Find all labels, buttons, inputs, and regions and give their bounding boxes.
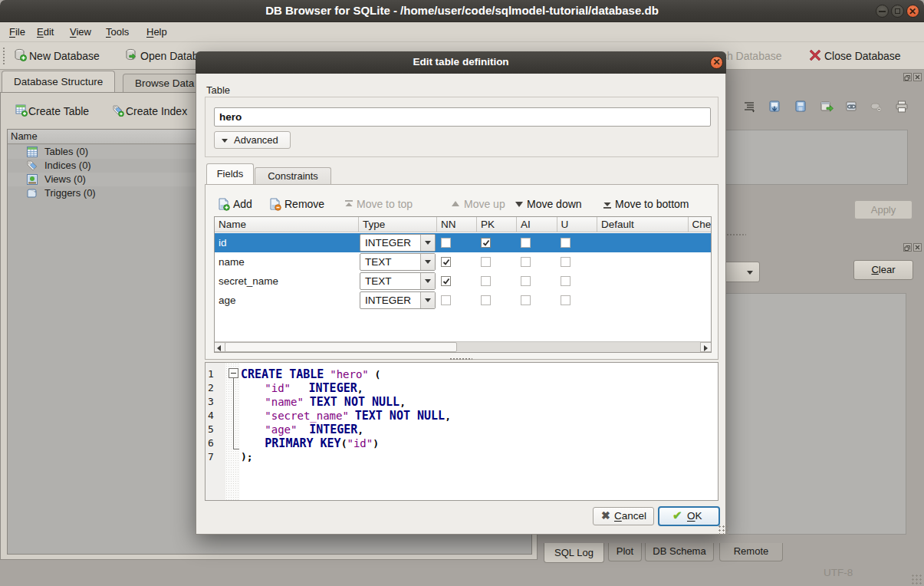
column-header-default[interactable]: Default bbox=[597, 217, 689, 232]
dock2-close-icon[interactable] bbox=[913, 243, 922, 252]
field-row-id[interactable]: idINTEGER bbox=[215, 233, 711, 252]
ok-check-icon: ✔ bbox=[672, 509, 682, 522]
field-row-age[interactable]: ageINTEGER bbox=[215, 291, 711, 310]
cancel-button[interactable]: ✖ Cancel bbox=[593, 507, 654, 525]
create-index-button[interactable]: Create Index bbox=[126, 104, 187, 119]
checkbox-pk[interactable] bbox=[481, 257, 491, 267]
checkbox-nn[interactable] bbox=[441, 257, 451, 267]
checkbox-ai[interactable] bbox=[521, 257, 531, 267]
tab-remote[interactable]: Remote bbox=[719, 543, 783, 561]
checkbox-nn[interactable] bbox=[441, 295, 451, 305]
checkbox-ai[interactable] bbox=[521, 295, 531, 305]
checkbox-pk[interactable] bbox=[481, 295, 491, 305]
chevron-down-icon bbox=[747, 271, 753, 275]
move-down-button[interactable]: Move down bbox=[527, 197, 582, 211]
close-button[interactable]: ✕ bbox=[906, 5, 919, 18]
column-header-check[interactable]: Check bbox=[689, 217, 712, 232]
column-header-type[interactable]: Type bbox=[359, 217, 437, 232]
move-to-bottom-button[interactable]: Move to bottom bbox=[615, 197, 689, 211]
checkbox-ai[interactable] bbox=[521, 238, 531, 248]
dialog-close-icon: ✕ bbox=[711, 57, 722, 68]
move-to-top-button[interactable]: Move to top bbox=[357, 197, 413, 211]
column-header-ai[interactable]: AI bbox=[517, 217, 557, 232]
chevron-down-icon bbox=[420, 292, 435, 308]
menu-file[interactable]: File bbox=[9, 25, 25, 40]
fields-hscrollbar[interactable] bbox=[215, 341, 711, 352]
export-cell-icon[interactable] bbox=[794, 100, 808, 114]
tab-sql-log[interactable]: SQL Log bbox=[544, 543, 604, 563]
create-table-button[interactable]: Create Table bbox=[28, 104, 89, 119]
advanced-button[interactable]: Advanced bbox=[214, 131, 291, 149]
column-header-pk[interactable]: PK bbox=[477, 217, 517, 232]
menu-view[interactable]: View bbox=[70, 25, 91, 40]
dialog-titlebar[interactable]: Edit table definition bbox=[196, 51, 726, 74]
checkbox-pk[interactable] bbox=[481, 238, 491, 248]
advanced-label: Advanced bbox=[234, 132, 278, 148]
field-row-secret_name[interactable]: secret_nameTEXT bbox=[215, 272, 711, 291]
field-type-select[interactable]: TEXT bbox=[360, 272, 436, 290]
tab-fields[interactable]: Fields bbox=[206, 163, 254, 185]
column-header-nn[interactable]: NN bbox=[437, 217, 477, 232]
menu-edit[interactable]: Edit bbox=[37, 25, 54, 40]
column-header-name[interactable]: Name bbox=[215, 217, 359, 232]
checkbox-nn[interactable] bbox=[441, 276, 451, 286]
checkbox-u[interactable] bbox=[561, 295, 571, 305]
move-up-button[interactable]: Move up bbox=[464, 197, 505, 211]
dock-float-icon[interactable] bbox=[903, 73, 912, 81]
tab-constraints[interactable]: Constraints bbox=[255, 167, 331, 184]
tab-browse-data[interactable]: Browse Data bbox=[123, 74, 206, 92]
dialog-resize-grip[interactable] bbox=[718, 525, 728, 535]
open-in-app-icon[interactable] bbox=[820, 100, 834, 114]
tab-db-schema[interactable]: DB Schema bbox=[645, 543, 714, 561]
sql-code-line: CREATE TABLE "hero" ( bbox=[241, 367, 380, 382]
checkbox-u[interactable] bbox=[561, 257, 571, 267]
window-resize-grip[interactable] bbox=[911, 574, 922, 584]
scroll-right-icon[interactable] bbox=[700, 342, 711, 352]
checkbox-u[interactable] bbox=[561, 276, 571, 286]
dock-splitter-handle[interactable] bbox=[726, 233, 746, 236]
add-field-button[interactable]: Add bbox=[233, 197, 252, 211]
minimize-button[interactable] bbox=[876, 5, 889, 18]
dock-close-icon[interactable] bbox=[913, 73, 922, 81]
fields-table: NameTypeNNPKAIUDefaultCheck idINTEGERnam… bbox=[214, 216, 712, 353]
checkbox-ai[interactable] bbox=[521, 276, 531, 286]
close-database-button[interactable]: Close Database bbox=[824, 49, 901, 63]
dialog-close-button[interactable]: ✕ bbox=[710, 56, 723, 69]
field-type-select[interactable]: INTEGER bbox=[360, 234, 436, 252]
checkbox-nn[interactable] bbox=[441, 238, 451, 248]
sql-code-line: "name" TEXT NOT NULL, bbox=[241, 395, 406, 410]
remove-field-button[interactable]: Remove bbox=[284, 197, 324, 211]
fold-line-end bbox=[233, 449, 239, 449]
sql-preview[interactable]: 1CREATE TABLE "hero" (2 "id" INTEGER,3 "… bbox=[205, 362, 718, 501]
scroll-left-icon[interactable] bbox=[215, 342, 225, 352]
sql-code-line: PRIMARY KEY("id") bbox=[241, 436, 379, 451]
checkbox-u[interactable] bbox=[561, 238, 571, 248]
dialog-splitter-handle[interactable] bbox=[449, 357, 472, 360]
link-cell-icon[interactable] bbox=[845, 100, 859, 114]
field-type-select[interactable]: INTEGER bbox=[360, 291, 436, 309]
set-null-icon[interactable] bbox=[870, 100, 883, 114]
menu-help[interactable]: Help bbox=[146, 25, 167, 40]
chevron-down-icon bbox=[420, 254, 435, 270]
ok-button[interactable]: ✔ OK bbox=[658, 506, 720, 526]
toolbar-drag-handle[interactable] bbox=[2, 47, 6, 65]
new-database-button[interactable]: New Database bbox=[29, 49, 100, 63]
tab-database-structure[interactable]: Database Structure bbox=[2, 71, 115, 92]
apply-button[interactable]: Apply bbox=[854, 200, 912, 219]
column-header-u[interactable]: U bbox=[557, 217, 598, 232]
tab-plot[interactable]: Plot bbox=[608, 543, 642, 561]
field-type-select[interactable]: TEXT bbox=[360, 253, 436, 271]
dock2-float-icon[interactable] bbox=[903, 243, 912, 252]
menu-tools[interactable]: Tools bbox=[106, 25, 129, 40]
open-database-icon bbox=[125, 48, 138, 61]
clear-button[interactable]: Clear bbox=[853, 260, 913, 280]
field-row-name[interactable]: nameTEXT bbox=[215, 252, 711, 272]
table-name-input[interactable]: hero bbox=[214, 107, 711, 127]
fold-collapse-icon[interactable] bbox=[229, 368, 238, 378]
checkbox-pk[interactable] bbox=[481, 276, 491, 286]
scrollbar-handle[interactable] bbox=[225, 342, 457, 352]
text-mode-icon[interactable] bbox=[743, 100, 757, 114]
print-cell-icon[interactable] bbox=[895, 100, 909, 114]
maximize-button[interactable] bbox=[891, 5, 904, 18]
import-cell-icon[interactable] bbox=[768, 100, 782, 114]
